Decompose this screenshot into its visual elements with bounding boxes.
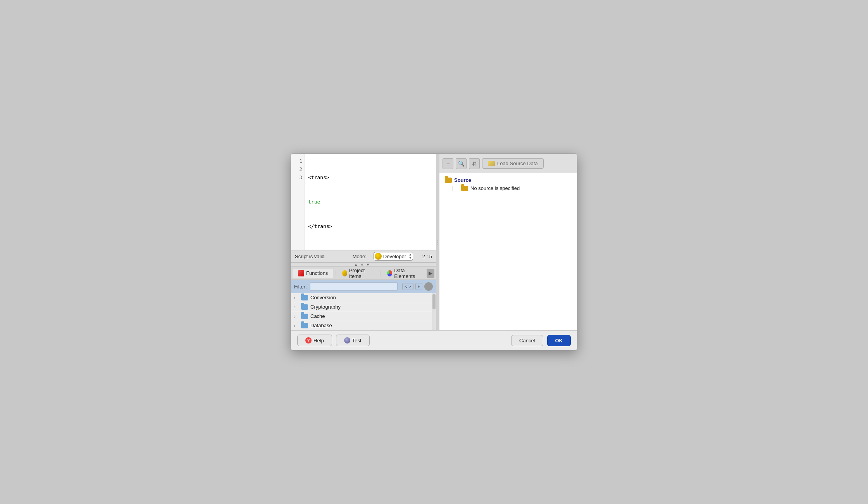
list-item-label-conversion: Conversion — [310, 295, 336, 300]
line-number-2: 2 — [291, 165, 302, 173]
list-item-cryptography[interactable]: › Cryptography — [291, 302, 432, 312]
cursor-position: 2 : 5 — [422, 254, 432, 259]
folder-icon-cryptography — [301, 304, 308, 310]
mode-stepper[interactable]: ▲ ▼ — [409, 253, 412, 260]
folder-icon-cache — [301, 314, 308, 319]
collapse-button[interactable]: − — [443, 158, 453, 169]
tab-project-items-label: Project Items — [349, 268, 373, 279]
expand-icon-conversion: › — [294, 295, 299, 300]
load-source-button[interactable]: Load Source Data — [482, 158, 544, 169]
code-editor[interactable]: 1 2 3 <trans> true </trans> — [291, 154, 436, 250]
scrollbar-thumb[interactable] — [432, 294, 436, 309]
tab-functions-label: Functions — [306, 270, 328, 276]
stepper-up[interactable]: ▲ — [409, 253, 412, 256]
ok-button[interactable]: OK — [547, 335, 571, 346]
right-toolbar: − 🔍 ⇵ Load Source Data — [439, 154, 577, 173]
mode-icon — [375, 253, 382, 260]
scrollbar[interactable] — [432, 293, 436, 330]
load-source-icon — [488, 161, 495, 166]
folder-icon-conversion — [301, 295, 308, 300]
tab-data-elements[interactable]: Data Elements — [382, 266, 427, 281]
resize-handle-vertical[interactable] — [436, 154, 439, 330]
filter-input[interactable] — [310, 282, 398, 291]
load-source-label: Load Source Data — [497, 161, 538, 166]
tree-root-source: Source — [445, 177, 572, 183]
functions-tab-icon — [298, 270, 304, 276]
list-item-label-database: Database — [310, 323, 332, 328]
test-button-label: Test — [352, 338, 362, 343]
line-number-1: 1 — [291, 157, 302, 165]
help-icon: ? — [305, 337, 312, 343]
play-button[interactable]: ▶ — [427, 269, 434, 278]
filter-add-button[interactable]: + — [415, 283, 422, 290]
cancel-button-label: Cancel — [519, 338, 535, 343]
folder-icon-source — [445, 178, 452, 183]
functions-list-wrapper: › Conversion › Cryptography › Cac — [291, 293, 436, 330]
list-item-label-cryptography: Cryptography — [310, 304, 341, 310]
status-bar: Script is valid Mode: Developer Basic ▲ … — [291, 250, 436, 262]
no-source-label: No source is specified — [470, 185, 520, 191]
tabs-bar: Functions | Project Items | Data Element… — [291, 267, 436, 280]
ok-button-label: OK — [555, 338, 563, 343]
list-item-conversion[interactable]: › Conversion — [291, 293, 432, 302]
expand-icon-cryptography: › — [294, 305, 299, 309]
list-item-cache[interactable]: › Cache — [291, 312, 432, 321]
tab-divider-2: | — [379, 270, 381, 277]
main-area: 1 2 3 <trans> true </trans> Script is va… — [291, 154, 577, 330]
resize-dot — [361, 264, 363, 266]
reorder-button[interactable]: ⇵ — [469, 158, 480, 169]
tab-project-items[interactable]: Project Items — [337, 266, 379, 281]
source-root-label: Source — [454, 177, 471, 183]
folder-icon-database — [301, 323, 308, 328]
line-number-3: 3 — [291, 173, 302, 181]
expand-icon-cache: › — [294, 314, 299, 319]
folder-icon-no-source — [461, 186, 468, 191]
code-line-3: </trans> — [308, 222, 433, 230]
help-button-label: Help — [313, 338, 324, 343]
tab-functions[interactable]: Functions — [293, 269, 333, 278]
list-item-label-cache: Cache — [310, 313, 325, 319]
footer-left: ? Help Test — [297, 335, 370, 346]
mode-select-wrapper[interactable]: Developer Basic ▲ ▼ — [374, 252, 413, 261]
dialog-footer: ? Help Test Cancel OK — [291, 330, 577, 350]
tab-divider-1: | — [334, 270, 336, 277]
right-panel: − 🔍 ⇵ Load Source Data Source No source … — [439, 154, 577, 330]
functions-list: › Conversion › Cryptography › Cac — [291, 293, 432, 330]
data-elements-tab-icon — [387, 270, 392, 276]
status-text: Script is valid — [295, 254, 325, 259]
test-button[interactable]: Test — [336, 335, 370, 346]
expand-icon-database: › — [294, 323, 299, 328]
tab-data-elements-label: Data Elements — [394, 268, 421, 279]
main-dialog: 1 2 3 <trans> true </trans> Script is va… — [291, 154, 577, 350]
stepper-down[interactable]: ▼ — [409, 256, 412, 260]
code-content[interactable]: <trans> true </trans> — [305, 154, 436, 250]
resize-dots — [361, 264, 363, 266]
filter-bar: Filter: <-> + — [291, 280, 436, 293]
filter-code-button[interactable]: <-> — [402, 283, 413, 290]
filter-clear-button[interactable] — [424, 282, 433, 291]
tree-child-no-source: No source is specified — [453, 185, 572, 191]
line-numbers: 1 2 3 — [291, 154, 305, 250]
left-panel: 1 2 3 <trans> true </trans> Script is va… — [291, 154, 436, 330]
project-items-tab-icon — [342, 270, 347, 276]
bottom-panel: Functions | Project Items | Data Element… — [291, 266, 436, 330]
filter-label: Filter: — [294, 284, 307, 290]
code-line-2: true — [308, 198, 433, 206]
mode-label: Mode: — [353, 254, 367, 259]
tree-connector — [453, 186, 458, 191]
test-icon — [344, 337, 350, 343]
list-item-database[interactable]: › Database — [291, 321, 432, 330]
footer-right: Cancel OK — [511, 335, 571, 346]
help-button[interactable]: ? Help — [297, 335, 332, 346]
code-line-1: <trans> — [308, 173, 433, 181]
filter-actions: <-> + — [402, 282, 433, 291]
mode-select[interactable]: Developer Basic — [383, 254, 408, 259]
zoom-button[interactable]: 🔍 — [456, 158, 467, 169]
source-tree: Source No source is specified — [439, 173, 577, 330]
cancel-button[interactable]: Cancel — [511, 335, 543, 346]
